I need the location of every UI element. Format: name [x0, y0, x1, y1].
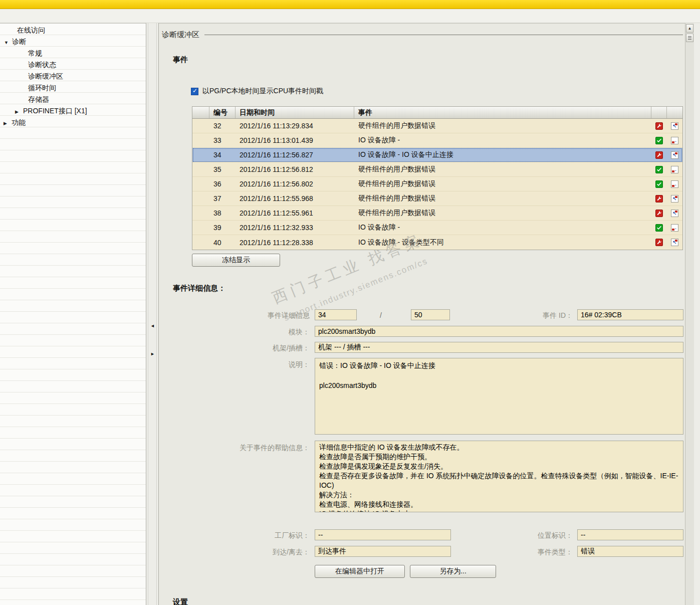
- event-no-cell: 40: [209, 235, 236, 250]
- sidebar-item-online-access[interactable]: 在线访问: [0, 25, 146, 36]
- event-text-cell: 硬件组件的用户数据错误: [354, 206, 651, 220]
- scrollbar-menu-icon[interactable]: [686, 34, 693, 42]
- event-direction-icon: [671, 224, 678, 232]
- event-details-heading: 事件详细信息：: [173, 284, 225, 293]
- timestamp-checkbox-row: 以PG/PC本地时间显示CPU事件时间戳: [191, 87, 323, 96]
- sidebar-item-functions[interactable]: ▶功能: [0, 117, 146, 128]
- sidebar-item-label: 常规: [28, 49, 42, 57]
- rack-slot-field[interactable]: 机架 --- / 插槽 ---: [315, 342, 683, 353]
- event-text-cell: 硬件组件的用户数据错误: [354, 191, 651, 206]
- open-in-editor-button[interactable]: 在编辑器中打开: [315, 565, 405, 578]
- expander-collapsed-icon[interactable]: ▶: [4, 118, 12, 128]
- column-header-event[interactable]: 事件: [354, 107, 651, 118]
- event-direction-icon: [671, 195, 678, 203]
- event-text-cell: IO 设备故障 -: [354, 221, 651, 235]
- event-id-field[interactable]: 16# 02:39CB: [577, 309, 683, 320]
- module-field[interactable]: plc200smart3bydb: [315, 326, 683, 337]
- scroll-up-icon[interactable]: ▲: [686, 24, 693, 33]
- event-total-field[interactable]: 50: [411, 309, 450, 320]
- event-no-cell: 35: [209, 162, 236, 176]
- event-datetime-cell: 2012/1/16 11:12:32.933: [236, 221, 354, 235]
- arrival-departure-field[interactable]: 到达事件: [315, 546, 451, 557]
- sidebar-item-memory[interactable]: 存储器: [0, 94, 146, 105]
- table-row[interactable]: 37 2012/1/16 11:12:55.968 硬件组件的用户数据错误: [192, 191, 682, 206]
- sidebar-item-label: 诊断状态: [28, 61, 56, 69]
- sidebar-item-label: 循环时间: [28, 84, 56, 92]
- arrival-departure-label: 到达/离去：: [194, 548, 310, 557]
- plant-designation-label: 工厂标识：: [194, 531, 310, 540]
- event-status-icon: [655, 195, 663, 203]
- event-status-icon: [655, 122, 663, 130]
- event-no-cell: 37: [209, 191, 236, 206]
- events-heading: 事件: [173, 55, 188, 65]
- event-direction-icon: [671, 137, 678, 144]
- table-row[interactable]: 32 2012/1/16 11:13:29.834 硬件组件的用户数据错误: [192, 119, 682, 133]
- table-row[interactable]: 39 2012/1/16 11:12:32.933 IO 设备故障 -: [192, 221, 682, 235]
- description-box[interactable]: 错误：IO 设备故障 - IO 设备中止连接 plc200smart3bydb: [315, 358, 683, 435]
- expander-collapsed-icon[interactable]: ▶: [15, 106, 23, 117]
- table-row[interactable]: 36 2012/1/16 11:12:56.802 硬件组件的用户数据错误: [192, 177, 682, 191]
- event-type-label: 事件类型：: [503, 548, 573, 557]
- sidebar-item-profinet-interface[interactable]: ▶PROFINET接口 [X1]: [0, 105, 146, 117]
- title-rule: [204, 35, 683, 35]
- column-header-direction[interactable]: [667, 107, 682, 118]
- sidebar-item-cycle-time[interactable]: 循环时间: [0, 82, 146, 94]
- collapse-right-handle[interactable]: ►: [149, 349, 156, 358]
- sidebar-item-diagnostic-status[interactable]: 诊断状态: [0, 59, 146, 71]
- save-as-button[interactable]: 另存为...: [410, 565, 496, 578]
- event-datetime-cell: 2012/1/16 11:13:29.834: [236, 119, 354, 133]
- event-no-cell: 38: [209, 206, 236, 220]
- module-label: 模块：: [194, 328, 310, 337]
- table-row[interactable]: 34 2012/1/16 11:12:56.827 IO 设备故障 - IO 设…: [192, 148, 682, 162]
- row-selector-cell: [192, 119, 209, 133]
- freeze-display-button[interactable]: 冻结显示: [192, 254, 280, 267]
- column-header-no[interactable]: 编号: [209, 107, 236, 118]
- settings-heading: 设置: [173, 597, 188, 605]
- timestamp-checkbox-label: 以PG/PC本地时间显示CPU事件时间戳: [202, 87, 323, 96]
- collapse-left-handle[interactable]: ◄: [149, 321, 156, 330]
- event-text-cell: 硬件组件的用户数据错误: [354, 119, 651, 133]
- row-selector-cell: [192, 206, 209, 220]
- column-header-status[interactable]: [651, 107, 667, 118]
- event-datetime-cell: 2012/1/16 11:12:56.802: [236, 177, 354, 191]
- column-header-datetime[interactable]: 日期和时间: [236, 107, 354, 118]
- row-selector-cell: [192, 133, 209, 147]
- row-selector-cell: [192, 162, 209, 176]
- sidebar-item-label: 在线访问: [17, 26, 45, 34]
- events-table-header: 编号 日期和时间 事件: [192, 107, 682, 119]
- row-selector-cell: [192, 191, 209, 206]
- event-no-cell: 33: [209, 133, 236, 147]
- event-no-cell: 39: [209, 221, 236, 235]
- event-text-cell: 硬件组件的用户数据错误: [354, 162, 651, 176]
- column-header-selector[interactable]: [192, 107, 209, 118]
- sidebar-item-general[interactable]: 常规: [0, 48, 146, 59]
- location-identifier-field[interactable]: --: [577, 529, 683, 540]
- help-info-label: 关于事件的帮助信息：: [194, 444, 310, 453]
- table-row[interactable]: 35 2012/1/16 11:12:56.812 硬件组件的用户数据错误: [192, 162, 682, 177]
- page-title-row: 诊断缓冲区: [162, 30, 683, 40]
- event-status-icon: [655, 180, 663, 188]
- sidebar-item-diagnostics[interactable]: ▼诊断: [0, 36, 146, 48]
- event-status-icon: [655, 224, 663, 232]
- sidebar-item-label: 诊断: [12, 38, 26, 46]
- table-row[interactable]: 33 2012/1/16 11:13:01.439 IO 设备故障 -: [192, 133, 682, 148]
- sidebar-item-label: 存储器: [28, 95, 49, 103]
- event-index-field[interactable]: 34: [315, 309, 357, 320]
- event-direction-icon: [671, 180, 678, 188]
- event-type-field[interactable]: 错误: [577, 546, 683, 557]
- expander-open-icon[interactable]: ▼: [4, 37, 12, 48]
- vertical-scrollbar[interactable]: ▲: [685, 23, 694, 605]
- event-status-icon: [655, 137, 663, 144]
- help-info-box[interactable]: 详细信息中指定的 IO 设备发生故障或不存在。 检查故障是否属于预期的维护干预。…: [315, 441, 683, 512]
- event-status-icon: [655, 166, 663, 173]
- sidebar-item-diagnostic-buffer[interactable]: 诊断缓冲区: [0, 71, 146, 82]
- events-table: 编号 日期和时间 事件 32 2012/1/16 11:13:29.834 硬件…: [192, 106, 683, 250]
- table-row[interactable]: 40 2012/1/16 11:12:28.338 IO 设备故障 - 设备类型…: [192, 235, 682, 250]
- event-datetime-cell: 2012/1/16 11:12:28.338: [236, 235, 354, 250]
- timestamp-checkbox[interactable]: [191, 88, 198, 95]
- rack-slot-label: 机架/插槽：: [194, 344, 310, 353]
- plant-designation-field[interactable]: --: [315, 529, 451, 540]
- table-row[interactable]: 38 2012/1/16 11:12:55.961 硬件组件的用户数据错误: [192, 206, 682, 221]
- event-datetime-cell: 2012/1/16 11:12:56.812: [236, 162, 354, 176]
- pane-splitter[interactable]: ◄ ►: [146, 23, 159, 605]
